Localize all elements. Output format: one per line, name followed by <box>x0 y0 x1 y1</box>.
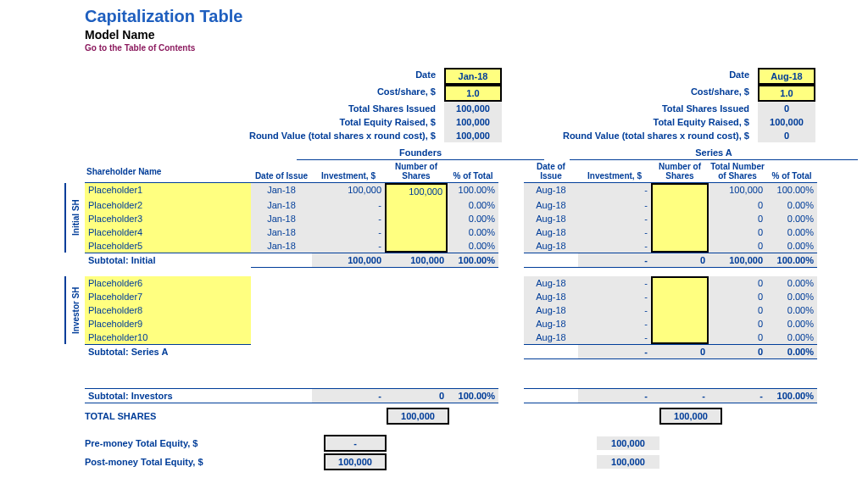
shareholder-name[interactable]: Placeholder10 <box>85 331 251 344</box>
investment-f: - <box>312 239 385 253</box>
total-shares-seriesa: 100,000 <box>659 408 722 425</box>
founders-round-value: 100,000 <box>444 129 502 142</box>
date-issue-s: Aug-18 <box>524 239 578 253</box>
investment-s: - <box>578 183 651 198</box>
model-name: Model Name <box>85 28 868 42</box>
pct-f: 100.00% <box>448 183 498 198</box>
pct-s: 0.00% <box>766 331 817 344</box>
pct-s: 100.00% <box>766 183 817 198</box>
label-round-value: Round Value (total shares x round cost),… <box>85 129 439 142</box>
num-shares-s[interactable] <box>651 225 709 239</box>
post-money-row: Post-money Total Equity, $ 100,000 100,0… <box>85 454 868 470</box>
subtotal-initial-row: Subtotal: Initial 100,000 100,000 100.00… <box>64 253 868 268</box>
date-issue-s: Aug-18 <box>524 331 578 344</box>
date-issue-s: Aug-18 <box>524 212 578 225</box>
total-shares-s: 0 <box>709 317 766 331</box>
initial-sh-label: Initial SH <box>64 183 85 253</box>
pct-f: 0.00% <box>448 198 498 212</box>
founders-equity-raised: 100,000 <box>444 115 502 129</box>
seriesa-date[interactable]: Aug-18 <box>758 68 815 85</box>
pre-money-f: - <box>324 435 387 452</box>
pct-s: 0.00% <box>766 198 817 212</box>
total-shares-s: 0 <box>709 303 766 317</box>
investment-s: - <box>578 303 651 317</box>
pct-s: 0.00% <box>766 317 817 331</box>
investment-s: - <box>578 331 651 344</box>
shareholder-name[interactable]: Placeholder7 <box>85 290 251 303</box>
shareholder-name[interactable]: Placeholder9 <box>85 317 251 331</box>
col-pct-f: % of Total <box>448 160 498 183</box>
label-date: Date <box>85 68 439 85</box>
seriesa-equity-raised: 100,000 <box>758 115 815 129</box>
total-shares-s: 0 <box>709 212 766 225</box>
pct-s: 0.00% <box>766 212 817 225</box>
subtotal-investors-row: Subtotal: Investors - 0 100.00% - - - 10… <box>64 388 868 403</box>
date-issue-s: Aug-18 <box>524 183 578 198</box>
pct-f: 0.00% <box>448 239 498 253</box>
label-equity-raised: Total Equity Raised, $ <box>85 115 439 129</box>
total-shares-s: 0 <box>709 331 766 344</box>
shareholder-name[interactable]: Placeholder6 <box>85 276 251 290</box>
col-date-s: Date of Issue <box>524 160 578 183</box>
num-shares-s[interactable] <box>651 183 709 198</box>
investment-s: - <box>578 225 651 239</box>
investment-s: - <box>578 317 651 331</box>
num-shares-s[interactable] <box>651 276 709 290</box>
num-shares-f[interactable]: 100,000 <box>385 183 448 198</box>
col-date-f: Date of Issue <box>251 160 312 183</box>
investment-f: - <box>312 198 385 212</box>
num-shares-f[interactable] <box>385 198 448 212</box>
label-cost: Cost/share, $ <box>85 85 439 102</box>
seriesa-cost[interactable]: 1.0 <box>758 85 815 102</box>
num-shares-f[interactable] <box>385 225 448 239</box>
shareholder-name[interactable]: Placeholder4 <box>85 225 251 239</box>
pct-f: 0.00% <box>448 225 498 239</box>
total-shares-founders: 100,000 <box>387 408 449 425</box>
num-shares-f[interactable] <box>385 212 448 225</box>
total-shares-s: 0 <box>709 276 766 290</box>
num-shares-s[interactable] <box>651 198 709 212</box>
date-issue-s: Aug-18 <box>524 290 578 303</box>
total-shares-s: 0 <box>709 198 766 212</box>
shareholder-name[interactable]: Placeholder3 <box>85 212 251 225</box>
col-sh-s: Number of Shares <box>651 160 709 183</box>
founders-shares-issued: 100,000 <box>444 102 502 115</box>
investment-s: - <box>578 239 651 253</box>
subtotal-seriesa-row: Subtotal: Series A - 0 0 0.00% <box>64 344 868 359</box>
num-shares-s[interactable] <box>651 331 709 344</box>
investor-sh-label: Investor SH <box>64 276 85 344</box>
num-shares-f[interactable] <box>385 239 448 253</box>
col-shareholder: Shareholder Name <box>85 160 251 183</box>
num-shares-s[interactable] <box>651 290 709 303</box>
seriesa-round-value: 0 <box>758 129 815 142</box>
founders-summary: Date Jan-18 Cost/share, $ 1.0 Total Shar… <box>85 68 502 142</box>
col-inv-s: Investment, $ <box>578 160 651 183</box>
pct-s: 0.00% <box>766 290 817 303</box>
shareholder-name[interactable]: Placeholder5 <box>85 239 251 253</box>
col-inv-f: Investment, $ <box>312 160 385 183</box>
shareholder-name[interactable]: Placeholder8 <box>85 303 251 317</box>
num-shares-s[interactable] <box>651 317 709 331</box>
num-shares-s[interactable] <box>651 239 709 253</box>
total-shares-row: TOTAL SHARES 100,000 100,000 <box>85 408 868 424</box>
post-money-s: 100,000 <box>597 455 659 469</box>
seriesa-summary: Date Aug-18 Cost/share, $ 1.0 Total Shar… <box>527 68 815 142</box>
founders-cost[interactable]: 1.0 <box>444 85 502 102</box>
pct-s: 0.00% <box>766 239 817 253</box>
founders-date[interactable]: Jan-18 <box>444 68 502 85</box>
page-title: Capitalization Table <box>85 7 868 26</box>
num-shares-s[interactable] <box>651 212 709 225</box>
pct-s: 0.00% <box>766 276 817 290</box>
pct-s: 0.00% <box>766 225 817 239</box>
date-issue-s: Aug-18 <box>524 198 578 212</box>
pct-f: 0.00% <box>448 212 498 225</box>
num-shares-s[interactable] <box>651 303 709 317</box>
toc-link[interactable]: Go to the Table of Contents <box>85 43 868 53</box>
shareholder-name[interactable]: Placeholder1 <box>85 183 251 198</box>
date-issue-f: Jan-18 <box>251 239 312 253</box>
investment-f: - <box>312 225 385 239</box>
date-issue-s: Aug-18 <box>524 225 578 239</box>
total-shares-s: 0 <box>709 225 766 239</box>
investment-s: - <box>578 290 651 303</box>
shareholder-name[interactable]: Placeholder2 <box>85 198 251 212</box>
